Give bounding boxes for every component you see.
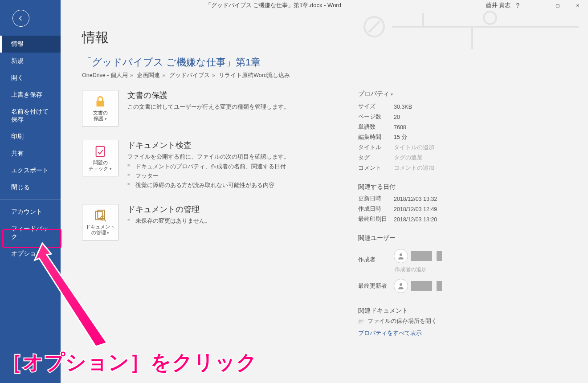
sidebar-item-export[interactable]: エクスポート [0, 162, 61, 179]
sidebar-menu: 情報 新規 開く 上書き保存 名前を付けて保存 印刷 共有 エクスポート 閉じる… [0, 36, 61, 262]
help-button[interactable]: ? [516, 2, 519, 9]
related-users-header: 関連ユーザー [358, 234, 519, 242]
back-arrow-icon [17, 15, 24, 22]
related-dates-header: 関連する日付 [358, 183, 519, 191]
author-name-redacted [411, 251, 432, 261]
prop-row: 作成者 作成者の追加 [358, 245, 519, 275]
author-row[interactable] [394, 249, 519, 263]
manage-item: 未保存の変更はありません。 [127, 217, 211, 225]
page-title: 情報 [82, 29, 567, 47]
info-tiles: 文書の 保護 文書の保護 この文書に対してユーザーが行える変更の種類を管理します… [82, 90, 358, 254]
manage-document-button[interactable]: ドキュメント の管理 [82, 204, 118, 240]
breadcrumb-item[interactable]: 企画関連 [137, 72, 160, 78]
sidebar-item-open[interactable]: 開く [0, 69, 61, 86]
prop-row: タグタグの追加 [358, 153, 519, 163]
prop-row: 編集時間15 分 [358, 132, 519, 143]
protect-desc: この文書に対してユーザーが行える変更の種類を管理します。 [127, 103, 290, 111]
lock-icon [94, 95, 107, 108]
close-button[interactable]: ✕ [568, 0, 588, 11]
last-modified-row[interactable] [394, 279, 519, 293]
account-name[interactable]: 藤井 貴志 [486, 1, 511, 9]
sidebar-item-saveas[interactable]: 名前を付けて保存 [0, 103, 61, 128]
sidebar-item-close[interactable]: 閉じる [0, 179, 61, 196]
check-issues-button[interactable]: 問題の チェック [82, 140, 118, 176]
protect-document-button[interactable]: 文書の 保護 [82, 90, 118, 126]
avatar-icon [394, 279, 408, 293]
sidebar-item-new[interactable]: 新規 [0, 53, 61, 69]
document-title-link[interactable]: 「グッドバイブス ご機嫌な仕事」第1章 [82, 56, 567, 69]
properties-panel: プロパティ サイズ30.3KB ページ数20 単語数7608 編集時間15 分 … [358, 90, 519, 337]
tile-protect: 文書の 保護 文書の保護 この文書に対してユーザーが行える変更の種類を管理します… [82, 90, 358, 126]
open-file-location-link[interactable]: ファイルの保存場所を開く [358, 318, 519, 325]
properties-header[interactable]: プロパティ [358, 90, 519, 98]
tile-manage: ドキュメント の管理 ドキュメントの管理 未保存の変更はありません。 [82, 204, 358, 240]
breadcrumb-item[interactable]: リライト原稿Word流し込み [219, 72, 290, 78]
minimize-button[interactable]: ― [527, 0, 547, 11]
add-tag-field[interactable]: タグの追加 [394, 153, 519, 163]
svg-rect-3 [96, 147, 105, 157]
user-name-redacted [411, 281, 432, 291]
sidebar-item-print[interactable]: 印刷 [0, 128, 61, 145]
title-bar: 「グッドバイブス ご機嫌な仕事」第1章.docx - Word 藤井 貴志 ? … [61, 0, 588, 11]
inspect-desc: ファイルを公開する前に、ファイルの次の項目を確認します。 [127, 153, 290, 161]
breadcrumb-item[interactable]: グッドバイブス [169, 72, 210, 78]
properties-table: サイズ30.3KB ページ数20 単語数7608 編集時間15 分 タイトルタイ… [358, 102, 519, 173]
prop-row: 最終更新者 [358, 275, 519, 297]
inspect-icon [94, 145, 107, 158]
back-button[interactable] [12, 10, 29, 27]
protect-title: 文書の保護 [127, 90, 290, 101]
inspect-title: ドキュメント検査 [127, 140, 290, 151]
sidebar-item-feedback[interactable]: フィードバック [0, 220, 61, 245]
prop-row: ページ数20 [358, 112, 519, 122]
svg-point-8 [400, 283, 402, 286]
sidebar-item-options[interactable]: オプション [0, 245, 61, 262]
sidebar-separator [0, 200, 61, 200]
sidebar-item-info[interactable]: 情報 [0, 36, 61, 53]
breadcrumb-item[interactable]: OneDrive - 個人用 [82, 72, 128, 78]
prop-row: サイズ30.3KB [358, 102, 519, 112]
manage-title: ドキュメントの管理 [127, 204, 211, 215]
add-comment-field[interactable]: コメントの追加 [394, 163, 519, 173]
inspect-item: 視覚に障碍のある方が読み取れない可能性がある内容 [127, 181, 290, 189]
inspect-item: フッター [127, 172, 290, 180]
tile-inspect: 問題の チェック ドキュメント検査 ファイルを公開する前に、ファイルの次の項目を… [82, 140, 358, 191]
sidebar-item-save[interactable]: 上書き保存 [0, 86, 61, 103]
sidebar-item-share[interactable]: 共有 [0, 145, 61, 162]
avatar-icon [394, 249, 408, 263]
document-manage-icon [94, 209, 107, 222]
user-name-redacted [437, 281, 442, 291]
related-docs-header: 関連ドキュメント [358, 307, 519, 315]
prop-row: 最終印刷日2018/12/03 13:20 [358, 214, 519, 224]
prop-row: 単語数7608 [358, 122, 519, 132]
window-controls: ― ▢ ✕ [527, 0, 588, 11]
dates-table: 更新日時2018/12/03 13:32 作成日時2018/12/03 12:4… [358, 194, 519, 224]
maximize-button[interactable]: ▢ [547, 0, 568, 11]
prop-row: タイトルタイトルの追加 [358, 143, 519, 153]
backstage-sidebar: 情報 新規 開く 上書き保存 名前を付けて保存 印刷 共有 エクスポート 閉じる… [0, 0, 61, 383]
show-all-properties-link[interactable]: プロパティをすべて表示 [358, 330, 422, 337]
author-name-redacted [437, 251, 442, 261]
add-author-field[interactable]: 作成者の追加 [394, 266, 519, 273]
add-title-field[interactable]: タイトルの追加 [394, 143, 519, 153]
prop-row: コメントコメントの追加 [358, 163, 519, 173]
prop-row: 更新日時2018/12/03 13:32 [358, 194, 519, 204]
prop-row: 作成日時2018/12/03 12:49 [358, 204, 519, 214]
breadcrumb: OneDrive - 個人用» 企画関連» グッドバイブス» リライト原稿Wor… [82, 72, 567, 79]
svg-point-7 [400, 253, 402, 256]
sidebar-item-account[interactable]: アカウント [0, 204, 61, 220]
window-title: 「グッドバイブス ご機嫌な仕事」第1章.docx - Word [61, 1, 486, 9]
inspect-item: ドキュメントのプロパティ、作成者の名前、関連する日付 [127, 163, 290, 171]
info-panel: 情報 「グッドバイブス ご機嫌な仕事」第1章 OneDrive - 個人用» 企… [61, 11, 588, 383]
users-table: 作成者 作成者の追加 最終更新者 [358, 245, 519, 297]
